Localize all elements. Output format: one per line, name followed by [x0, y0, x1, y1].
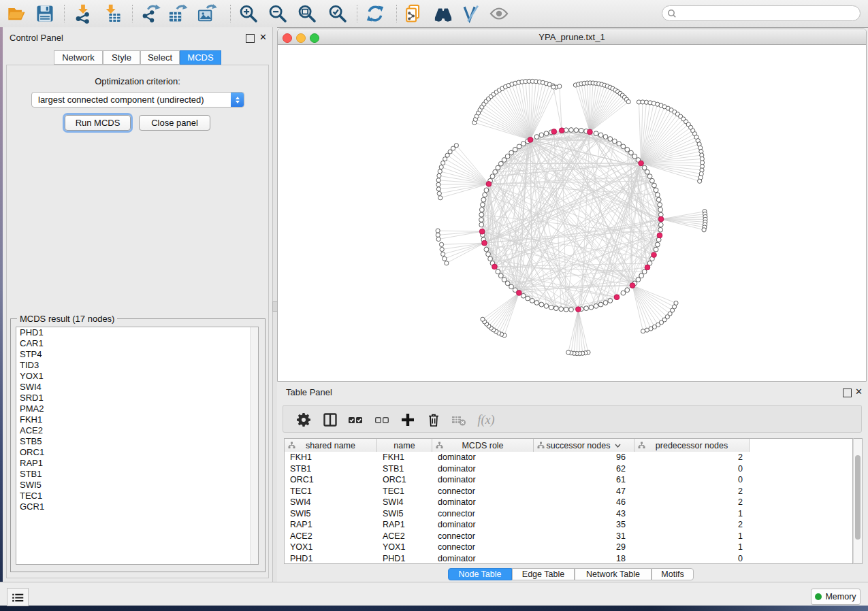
table-row[interactable]: SWI5SWI5connector431 — [285, 508, 843, 520]
zoom-selected-icon[interactable] — [326, 2, 349, 25]
table-cell: dominator — [432, 463, 534, 475]
graphics-details-eye-icon[interactable] — [487, 2, 511, 25]
zoom-fit-icon[interactable] — [295, 2, 319, 25]
export-table-icon[interactable] — [166, 2, 189, 25]
table-scrollbar-thumb[interactable] — [855, 455, 861, 540]
mcds-result-item[interactable]: SWI5 — [16, 480, 258, 491]
tab-network-table[interactable]: Network Table — [575, 568, 652, 580]
table-row[interactable]: ACE2ACE2connector311 — [285, 531, 843, 542]
control-panel-title: Control Panel — [10, 33, 63, 43]
mcds-result-item[interactable]: TEC1 — [16, 491, 258, 501]
split-columns-icon[interactable] — [321, 411, 339, 429]
refresh-icon[interactable] — [364, 2, 387, 25]
mcds-list-scrollbar[interactable] — [250, 327, 258, 564]
column-header-mcds-role[interactable]: MCDS role — [432, 439, 534, 452]
network-document-icon[interactable] — [402, 2, 425, 25]
mcds-result-item[interactable]: PMA2 — [16, 403, 258, 414]
float-window-icon[interactable] — [246, 34, 255, 43]
column-header-name[interactable]: name — [377, 439, 432, 452]
tab-edge-table[interactable]: Edge Table — [512, 568, 575, 580]
unselect-all-icon[interactable] — [373, 411, 391, 429]
mcds-result-item[interactable]: RAP1 — [16, 458, 258, 469]
search-input[interactable] — [677, 7, 860, 20]
tab-style[interactable]: Style — [103, 50, 140, 65]
tab-node-table[interactable]: Node Table — [448, 568, 512, 580]
search-box — [662, 5, 861, 21]
cytoscape-app: Control Panel ✕ Network Style Select MCD… — [0, 0, 868, 611]
memory-button[interactable]: Memory — [811, 589, 861, 605]
table-row[interactable]: YOX1YOX1connector291 — [285, 542, 843, 553]
table-row[interactable]: FKH1FKH1dominator962 — [285, 452, 843, 463]
table-row[interactable]: RAP1RAP1dominator352 — [285, 519, 843, 531]
save-session-icon[interactable] — [33, 2, 57, 25]
mcds-result-item[interactable]: ACE2 — [16, 425, 258, 436]
tab-network[interactable]: Network — [54, 50, 103, 65]
table-settings-gear-icon[interactable] — [295, 411, 312, 429]
export-network-icon[interactable] — [140, 2, 163, 25]
open-session-icon[interactable] — [5, 2, 29, 25]
mcds-result-item[interactable]: PHD1 — [16, 327, 258, 338]
select-all-icon[interactable] — [347, 411, 364, 429]
export-image-icon[interactable] — [195, 2, 219, 25]
zoom-out-icon[interactable] — [266, 2, 289, 25]
mcds-result-item[interactable]: FKH1 — [16, 414, 258, 425]
mcds-result-item[interactable]: STP4 — [16, 349, 258, 360]
table-cell: 35 — [534, 519, 634, 531]
delete-column-trash-icon[interactable] — [425, 411, 443, 429]
mcds-result-item[interactable]: STB1 — [16, 469, 258, 480]
table-cell: ACE2 — [285, 531, 377, 542]
network-graph — [278, 45, 866, 381]
criterion-select[interactable]: largest connected component (undirected) — [31, 92, 244, 108]
mcds-result-item[interactable]: GCR1 — [16, 501, 258, 512]
control-panel: Control Panel ✕ Network Style Select MCD… — [3, 27, 273, 582]
attribute-icon — [436, 442, 443, 449]
table-cell: 2 — [634, 452, 750, 463]
run-mcds-button[interactable]: Run MCDS — [65, 115, 131, 131]
table-cell: STB1 — [285, 463, 377, 475]
label-visibility-icon[interactable] — [460, 2, 483, 25]
mcds-result-item[interactable]: STB5 — [16, 436, 258, 447]
float-table-panel-icon[interactable] — [843, 389, 852, 397]
table-cell: 43 — [534, 508, 634, 520]
table-row[interactable]: STB1STB1dominator620 — [285, 463, 843, 475]
task-history-button[interactable] — [7, 588, 29, 606]
table-cell: SWI5 — [285, 508, 377, 520]
overview-binoculars-icon[interactable] — [432, 2, 455, 25]
table-row[interactable]: SWI4SWI4dominator462 — [285, 497, 843, 508]
mcds-result-item[interactable]: YOX1 — [16, 371, 258, 382]
table-cell: YOX1 — [377, 542, 432, 553]
status-bar: Memory — [0, 582, 868, 606]
mcds-result-item[interactable]: ORC1 — [16, 447, 258, 458]
close-panel-icon[interactable]: ✕ — [259, 33, 267, 42]
mcds-result-item[interactable]: SRD1 — [16, 393, 258, 403]
table-cell: connector — [432, 542, 534, 553]
mcds-result-item[interactable]: SWI4 — [16, 382, 258, 393]
mcds-result-item[interactable]: TID3 — [16, 360, 258, 371]
mcds-result-item[interactable]: CAR1 — [16, 338, 258, 349]
table-row[interactable]: ORC1ORC1dominator610 — [285, 474, 843, 486]
close-panel-button[interactable]: Close panel — [139, 115, 210, 131]
table-cell: connector — [432, 486, 534, 497]
table-header-row: shared name name MCDS role successor nod… — [285, 439, 750, 452]
import-network-icon[interactable] — [71, 2, 95, 25]
table-cell: 1 — [634, 508, 750, 520]
table-row[interactable]: PHD1PHD1dominator180 — [285, 553, 843, 565]
network-canvas[interactable] — [278, 45, 866, 381]
close-table-panel-icon[interactable]: ✕ — [855, 387, 863, 397]
table-cell: 1 — [634, 531, 750, 542]
add-column-icon[interactable] — [399, 411, 417, 429]
column-header-successor-nodes[interactable]: successor nodes — [534, 439, 634, 452]
table-scrollbar[interactable] — [853, 438, 863, 564]
table-cell: 2 — [634, 486, 750, 497]
import-table-icon[interactable] — [101, 2, 124, 25]
mcds-result-list[interactable]: PHD1CAR1STP4TID3YOX1SWI4SRD1PMA2FKH1ACE2… — [16, 327, 259, 565]
zoom-in-icon[interactable] — [237, 2, 260, 25]
tab-select[interactable]: Select — [140, 50, 180, 65]
table-row[interactable]: TEC1TEC1connector472 — [285, 486, 843, 497]
column-header-predecessor-nodes[interactable]: predecessor nodes — [634, 439, 750, 452]
column-header-shared-name[interactable]: shared name — [285, 439, 377, 452]
tab-motifs[interactable]: Motifs — [652, 568, 694, 580]
tab-mcds[interactable]: MCDS — [180, 50, 221, 65]
table-cell: STB1 — [377, 463, 432, 475]
network-window-titlebar[interactable]: YPA_prune.txt_1 — [278, 29, 866, 45]
